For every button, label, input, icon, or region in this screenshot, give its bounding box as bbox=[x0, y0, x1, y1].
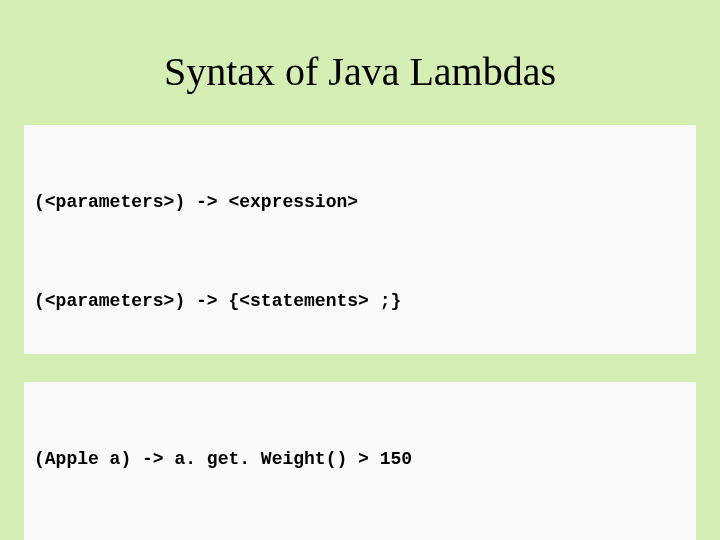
syntax-examples-block: (Apple a) -> a. get. Weight() > 150 (App… bbox=[24, 382, 696, 540]
slide-title: Syntax of Java Lambdas bbox=[0, 0, 720, 125]
syntax-line-statements: (<parameters>) -> {<statements> ;} bbox=[34, 288, 686, 315]
example-line-1: (Apple a) -> a. get. Weight() > 150 bbox=[34, 446, 686, 473]
syntax-definition-block: (<parameters>) -> <expression> (<paramet… bbox=[24, 125, 696, 354]
syntax-line-expression: (<parameters>) -> <expression> bbox=[34, 189, 686, 216]
